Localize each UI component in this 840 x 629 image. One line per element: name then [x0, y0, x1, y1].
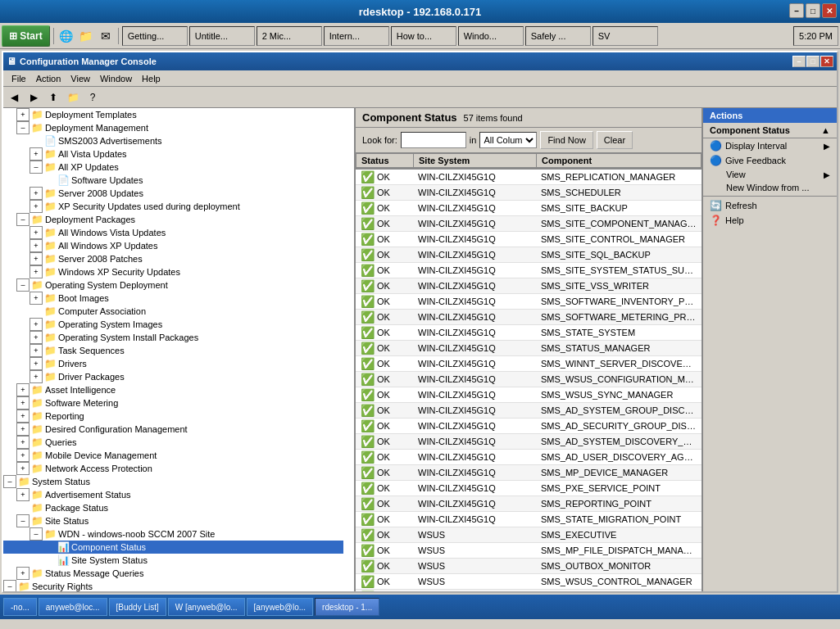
taskbar-app-windo[interactable]: Windo...	[458, 26, 524, 46]
taskbar-bottom-anyweb2[interactable]: W [anyweb@lo...	[168, 598, 245, 616]
table-scroll-area[interactable]: ✅ OK WIN-CILZXI45G1Q SMS_REPLICATION_MAN…	[356, 170, 702, 591]
tree-item-all-windows-xp-updates[interactable]: + 📁 All Windows XP Updates	[3, 239, 343, 252]
tree-item-xp-security-updates[interactable]: + 📁 XP Security Updates used during depl…	[3, 200, 343, 213]
toolbar-back-button[interactable]: ◀	[5, 88, 23, 106]
tree-item-server-2008-updates[interactable]: + 📁 Server 2008 Updates	[3, 187, 343, 200]
table-row[interactable]: ✅ OK WIN-CILZXI45G1Q SMS_PXE_SERVICE_POI…	[356, 481, 702, 496]
tree-item-os-install-packages[interactable]: + 📁 Operating System Install Packages	[3, 331, 343, 344]
table-row[interactable]: ✅ OK WIN-CILZXI45G1Q SMS_AD_SYSTEM_GROUP…	[356, 403, 702, 419]
tree-item-advertisement-status[interactable]: + 📁 Advertisement Status	[3, 488, 343, 501]
table-row[interactable]: ✅ OK WIN-CILZXI45G1Q SMS_SITE_VSS_WRITER	[356, 278, 702, 294]
taskbar-app-mic[interactable]: 2 Mic...	[257, 26, 322, 46]
table-row[interactable]: ✅ OK WSUS SMS_WSUS_CONTROL_MANAGER	[356, 574, 702, 590]
table-row[interactable]: ✅ OK WIN-CILZXI45G1Q SMS_SOFTWARE_INVENT…	[356, 294, 702, 310]
tree-item-server-2008-patches[interactable]: + 📁 Server 2008 Patches	[3, 252, 343, 265]
taskbar-bottom-anyweb1[interactable]: anyweb@loc...	[39, 598, 107, 616]
maximize-button[interactable]: □	[806, 3, 820, 18]
tree-item-all-windows-vista-updates[interactable]: + 📁 All Windows Vista Updates	[3, 226, 343, 239]
menu-window[interactable]: Window	[95, 72, 137, 85]
table-row[interactable]: ✅ OK WIN-CILZXI45G1Q SMS_AD_SYSTEM_DISCO…	[356, 434, 702, 450]
table-row[interactable]: ✅ OK WIN-CILZXI45G1Q SMS_SITE_BACKUP	[356, 201, 702, 216]
app-close-button[interactable]: ✕	[820, 56, 833, 67]
toolbar-forward-button[interactable]: ▶	[25, 88, 43, 106]
tree-item-queries[interactable]: + 📁 Queries	[3, 436, 343, 449]
table-row[interactable]: ✅ OK WIN-CILZXI45G1Q SMS_STATE_SYSTEM	[356, 325, 702, 341]
toolbar-up-button[interactable]: ⬆	[44, 88, 62, 106]
tree-item-mobile-device[interactable]: + 📁 Mobile Device Management	[3, 449, 343, 462]
table-row[interactable]: ✅ OK WIN-CILZXI45G1Q SMS_WSUS_SYNC_MANAG…	[356, 387, 702, 403]
toolbar-folder-button[interactable]: 📁	[64, 88, 82, 106]
tree-item-deployment-management[interactable]: – 📁 Deployment Management	[3, 121, 343, 134]
tree-item-status-message-queries[interactable]: + 📁 Status Message Queries	[3, 567, 343, 580]
table-row[interactable]: ✅ OK WIN-CILZXI45G1Q SMS_SITE_SQL_BACKUP	[356, 247, 702, 263]
taskbar-app-sv[interactable]: SV	[593, 26, 658, 46]
action-view[interactable]: View ▶	[703, 168, 837, 181]
table-row[interactable]: ✅ OK WIN-CILZXI45G1Q SMS_WSUS_CONFIGURAT…	[356, 372, 702, 387]
tree-item-network-access[interactable]: + 📁 Network Access Protection	[3, 462, 343, 475]
taskbar-bottom-rdesktop[interactable]: rdesktop - 1...	[315, 598, 379, 616]
tree-item-component-status[interactable]: 📊 Component Status	[3, 541, 343, 554]
taskbar-bottom-no[interactable]: -no...	[3, 598, 37, 616]
table-row[interactable]: ✅ OK WSUS SMS_MP_FILE_DISPATCH_MANAGER	[356, 543, 702, 559]
menu-action[interactable]: Action	[31, 72, 66, 85]
col-status[interactable]: Status	[356, 154, 414, 168]
menu-file[interactable]: File	[7, 72, 31, 85]
action-help[interactable]: ❓ Help	[703, 213, 837, 228]
table-row[interactable]: ✅ OK WIN-CILZXI45G1Q SMS_AMT_OPERATION_M…	[356, 590, 702, 592]
table-row[interactable]: ✅ OK WIN-CILZXI45G1Q SMS_AD_SECURITY_GRO…	[356, 419, 702, 434]
clear-button[interactable]: Clear	[597, 131, 633, 149]
column-select[interactable]: All Colum	[479, 132, 537, 148]
tree-item-site-system-status[interactable]: 📊 Site System Status	[3, 554, 343, 567]
tree-item-security-rights[interactable]: – 📁 Security Rights	[3, 580, 343, 591]
table-row[interactable]: ✅ OK WIN-CILZXI45G1Q SMS_WINNT_SERVER_DI…	[356, 356, 702, 372]
tree-item-driver-packages[interactable]: + 📁 Driver Packages	[3, 370, 343, 383]
tree-item-asset-intelligence[interactable]: + 📁 Asset Intelligence	[3, 383, 343, 396]
tree-item-site-status[interactable]: – 📁 Site Status	[3, 514, 343, 527]
table-row[interactable]: ✅ OK WIN-CILZXI45G1Q SMS_SITE_SYSTEM_STA…	[356, 263, 702, 278]
minimize-button[interactable]: –	[789, 3, 804, 18]
tree-item-drivers[interactable]: + 📁 Drivers	[3, 357, 343, 370]
tree-item-os-images[interactable]: + 📁 Operating System Images	[3, 318, 343, 331]
table-row[interactable]: ✅ OK WIN-CILZXI45G1Q SMS_SOFTWARE_METERI…	[356, 310, 702, 325]
table-row[interactable]: ✅ OK WIN-CILZXI45G1Q SMS_AD_USER_DISCOVE…	[356, 450, 702, 465]
taskbar-app-safely[interactable]: Safely ...	[525, 26, 591, 46]
tree-item-reporting[interactable]: + 📁 Reporting	[3, 410, 343, 423]
tree-item-sms2003[interactable]: 📄 SMS2003 Advertisements	[3, 134, 343, 147]
table-row[interactable]: ✅ OK WIN-CILZXI45G1Q SMS_SITE_CONTROL_MA…	[356, 232, 702, 247]
taskbar-bottom-buddy[interactable]: [Buddy List]	[109, 598, 166, 616]
taskbar-app-getting[interactable]: Getting...	[122, 26, 188, 46]
taskbar-mail-icon[interactable]: ✉	[97, 27, 115, 45]
table-row[interactable]: ✅ OK WSUS SMS_OUTBOX_MONITOR	[356, 559, 702, 574]
tree-item-boot-images[interactable]: + 📁 Boot Images	[3, 292, 343, 305]
tree-item-windows-xp-security[interactable]: + 📁 Windows XP Security Updates	[3, 265, 343, 278]
tree-item-package-status[interactable]: 📁 Package Status	[3, 501, 343, 514]
taskbar-folder-icon[interactable]: 📁	[77, 27, 95, 45]
find-now-button[interactable]: Find Now	[540, 131, 593, 149]
taskbar-app-intern[interactable]: Intern...	[324, 26, 389, 46]
tree-item-desired-config[interactable]: + 📁 Desired Configuration Management	[3, 423, 343, 436]
action-display-interval[interactable]: 🔵 Display Interval ▶	[703, 138, 837, 153]
tree-item-all-vista-updates[interactable]: + 📁 All Vista Updates	[3, 147, 343, 161]
tree-item-task-sequences[interactable]: + 📁 Task Sequences	[3, 344, 343, 357]
taskbar-bottom-anyweb3[interactable]: [anyweb@lo...	[247, 598, 314, 616]
app-restore-button[interactable]: □	[806, 56, 820, 67]
menu-view[interactable]: View	[66, 72, 95, 85]
search-input[interactable]	[401, 132, 466, 148]
table-row[interactable]: ✅ OK WIN-CILZXI45G1Q SMS_SCHEDULER	[356, 185, 702, 201]
table-row[interactable]: ✅ OK WIN-CILZXI45G1Q SMS_REPORTING_POINT	[356, 496, 702, 512]
taskbar-app-untitle[interactable]: Untitle...	[189, 26, 255, 46]
start-button[interactable]: ⊞ Start	[2, 25, 50, 47]
taskbar-app-howto[interactable]: How to...	[391, 26, 456, 46]
table-row[interactable]: ✅ OK WIN-CILZXI45G1Q SMS_MP_DEVICE_MANAG…	[356, 465, 702, 481]
col-site-system[interactable]: Site System	[414, 154, 537, 168]
table-row[interactable]: ✅ OK WIN-CILZXI45G1Q SMS_STATUS_MANAGER	[356, 341, 702, 356]
close-button[interactable]: ✕	[822, 3, 837, 18]
app-minimize-button[interactable]: –	[792, 56, 806, 67]
table-row[interactable]: ✅ OK WIN-CILZXI45G1Q SMS_SITE_COMPONENT_…	[356, 216, 702, 232]
taskbar-ie-icon[interactable]: 🌐	[57, 27, 75, 45]
table-row[interactable]: ✅ OK WIN-CILZXI45G1Q SMS_REPLICATION_MAN…	[356, 170, 702, 185]
menu-help[interactable]: Help	[137, 72, 166, 85]
tree-item-all-xp-updates[interactable]: – 📁 All XP Updates	[3, 161, 343, 174]
table-row[interactable]: ✅ OK WSUS SMS_EXECUTIVE	[356, 527, 702, 543]
table-row[interactable]: ✅ OK WIN-CILZXI45G1Q SMS_STATE_MIGRATION…	[356, 512, 702, 527]
